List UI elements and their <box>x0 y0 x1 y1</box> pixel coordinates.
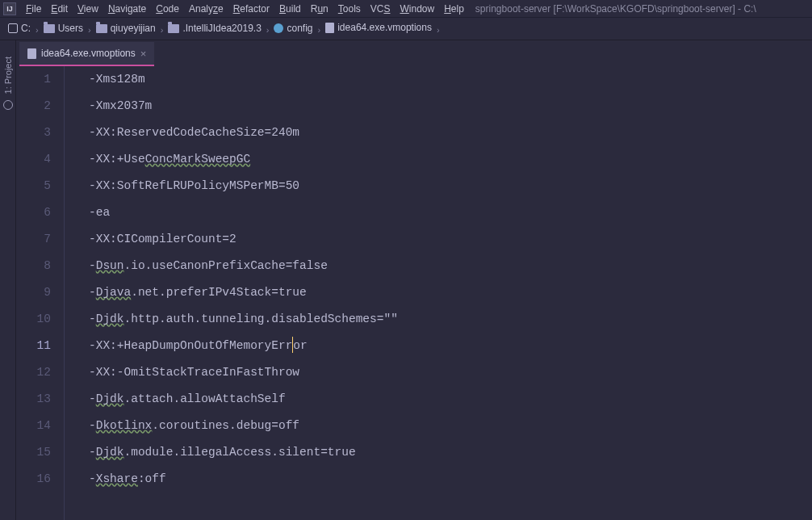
code-line[interactable]: -Xms128m <box>89 66 812 93</box>
menu-item[interactable]: View <box>73 3 103 15</box>
menu-item[interactable]: Refactor <box>228 3 274 15</box>
breadcrumb-label: Users <box>58 23 83 34</box>
breadcrumb-label: config <box>287 23 312 34</box>
line-number: 15 <box>16 439 51 466</box>
menu-item[interactable]: Analyze <box>184 3 228 15</box>
disk-icon <box>8 23 18 33</box>
editor-tabbar: idea64.exe.vmoptions × <box>16 40 812 66</box>
code-line[interactable]: -Dkotlinx.coroutines.debug=off <box>89 413 812 439</box>
menu-item[interactable]: Code <box>151 3 184 15</box>
code-line[interactable]: -ea <box>89 199 812 226</box>
breadcrumb-label: .IntelliJIdea2019.3 <box>182 23 261 34</box>
app-icon: IJ <box>3 2 16 15</box>
chevron-right-icon: › <box>32 25 42 35</box>
line-number: 2 <box>16 93 51 120</box>
close-icon[interactable]: × <box>140 48 147 60</box>
code-line[interactable]: -Djava.net.preferIPv4Stack=true <box>89 279 812 306</box>
tab-label: idea64.exe.vmoptions <box>41 48 136 59</box>
chevron-right-icon: › <box>157 25 167 35</box>
code-line[interactable]: -Djdk.attach.allowAttachSelf <box>89 386 812 413</box>
code-line[interactable]: -XX:CICompilerCount=2 <box>89 226 812 253</box>
file-icon <box>325 23 334 33</box>
code-line[interactable]: -XX:-OmitStackTraceInFastThrow <box>89 359 812 386</box>
code-line[interactable]: -Djdk.module.illegalAccess.silent=true <box>89 439 812 466</box>
line-number: 8 <box>16 253 51 279</box>
line-number: 5 <box>16 173 51 199</box>
folder-icon <box>168 24 179 33</box>
folder-icon <box>96 24 107 33</box>
menu-item[interactable]: Run <box>306 3 333 15</box>
breadcrumb-label: qiuyeyijian <box>111 23 156 34</box>
editor-area: idea64.exe.vmoptions × 12345678910111213… <box>16 40 812 520</box>
line-number: 3 <box>16 120 51 146</box>
text-caret <box>292 337 293 353</box>
menu-item[interactable]: Help <box>439 3 469 15</box>
code-line[interactable]: -Xshare:off <box>89 466 812 493</box>
chevron-right-icon: › <box>263 25 273 35</box>
code-line[interactable]: -Xmx2037m <box>89 93 812 120</box>
menu-item[interactable]: Build <box>274 3 306 15</box>
menu-item[interactable]: Window <box>395 3 439 15</box>
breadcrumb-item[interactable]: config <box>272 23 314 34</box>
file-icon <box>27 48 36 59</box>
breadcrumb-item[interactable]: idea64.exe.vmoptions <box>324 22 433 33</box>
line-number: 13 <box>16 386 51 413</box>
code-line[interactable]: -XX:+HeapDumpOnOutOfMemoryError <box>89 333 812 359</box>
folder-icon <box>44 24 55 33</box>
toolwindow-icon[interactable] <box>3 100 13 110</box>
menu-item[interactable]: VCS <box>366 3 396 15</box>
window-title: springboot-server [F:\WorkSpace\KGOFD\sp… <box>475 3 756 15</box>
toolwindow-project[interactable]: 1: Project <box>3 57 13 94</box>
code-line[interactable]: -Djdk.http.auth.tunneling.disabledScheme… <box>89 306 812 333</box>
breadcrumb-item[interactable]: C: <box>6 23 32 34</box>
line-number: 11 <box>16 333 51 359</box>
main-area: 1: Project idea64.exe.vmoptions × 123456… <box>0 40 812 520</box>
line-number: 10 <box>16 306 51 333</box>
menu-item[interactable]: Edit <box>46 3 73 15</box>
left-toolwindow-bar: 1: Project <box>0 40 16 520</box>
chevron-right-icon: › <box>85 25 94 35</box>
breadcrumb-item[interactable]: qiuyeyijian <box>94 23 157 34</box>
code-content[interactable]: -Xms128m-Xmx2037m-XX:ReservedCodeCacheSi… <box>65 66 812 520</box>
menu-item[interactable]: Navigate <box>103 3 151 15</box>
menubar: IJ FileEditViewNavigateCodeAnalyzeRefact… <box>0 0 812 18</box>
code-line[interactable]: -Dsun.io.useCanonPrefixCache=false <box>89 253 812 279</box>
gutter: 12345678910111213141516 <box>16 66 65 520</box>
line-number: 16 <box>16 466 51 493</box>
chevron-right-icon: › <box>433 25 443 35</box>
line-number: 6 <box>16 199 51 226</box>
gear-icon <box>274 23 283 33</box>
line-number: 7 <box>16 226 51 253</box>
breadcrumb: C:›Users›qiuyeyijian›.IntelliJIdea2019.3… <box>0 18 812 40</box>
menu-item[interactable]: Tools <box>333 3 366 15</box>
code-editor[interactable]: 12345678910111213141516 -Xms128m-Xmx2037… <box>16 66 812 520</box>
menu-item[interactable]: File <box>21 3 46 15</box>
code-line[interactable]: -XX:ReservedCodeCacheSize=240m <box>89 120 812 146</box>
breadcrumb-item[interactable]: .IntelliJIdea2019.3 <box>166 23 262 34</box>
line-number: 12 <box>16 359 51 386</box>
breadcrumb-item[interactable]: Users <box>42 23 85 34</box>
line-number: 1 <box>16 66 51 93</box>
line-number: 9 <box>16 279 51 306</box>
line-number: 14 <box>16 413 51 439</box>
code-line[interactable]: -XX:+UseConcMarkSweepGC <box>89 146 812 173</box>
line-number: 4 <box>16 146 51 173</box>
breadcrumb-label: idea64.exe.vmoptions <box>337 22 432 33</box>
breadcrumb-label: C: <box>21 23 31 34</box>
editor-tab[interactable]: idea64.exe.vmoptions × <box>19 42 154 66</box>
chevron-right-icon: › <box>315 25 324 35</box>
code-line[interactable]: -XX:SoftRefLRUPolicyMSPerMB=50 <box>89 173 812 199</box>
